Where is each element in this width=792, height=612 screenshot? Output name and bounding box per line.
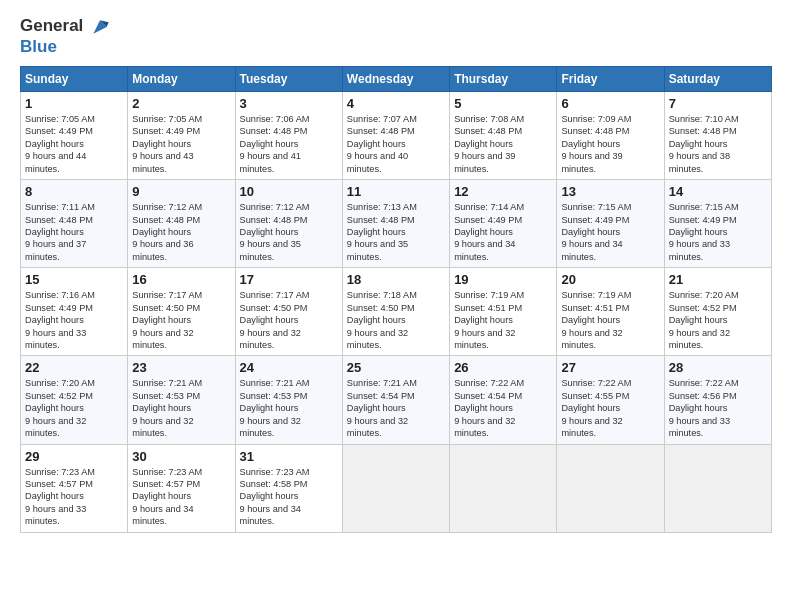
day-number: 4 xyxy=(347,96,445,111)
day-number: 19 xyxy=(454,272,552,287)
header: General Blue xyxy=(20,16,772,56)
cell-content: Sunrise: 7:23 AMSunset: 4:57 PMDaylight … xyxy=(132,467,202,527)
cell-content: Sunrise: 7:23 AMSunset: 4:58 PMDaylight … xyxy=(240,467,310,527)
cell-content: Sunrise: 7:09 AMSunset: 4:48 PMDaylight … xyxy=(561,114,631,174)
calendar-cell: 2 Sunrise: 7:05 AMSunset: 4:49 PMDayligh… xyxy=(128,92,235,180)
cell-content: Sunrise: 7:17 AMSunset: 4:50 PMDaylight … xyxy=(132,290,202,350)
cell-content: Sunrise: 7:07 AMSunset: 4:48 PMDaylight … xyxy=(347,114,417,174)
cell-content: Sunrise: 7:16 AMSunset: 4:49 PMDaylight … xyxy=(25,290,95,350)
cell-content: Sunrise: 7:14 AMSunset: 4:49 PMDaylight … xyxy=(454,202,524,262)
calendar-cell: 29 Sunrise: 7:23 AMSunset: 4:57 PMDaylig… xyxy=(21,444,128,532)
cell-content: Sunrise: 7:15 AMSunset: 4:49 PMDaylight … xyxy=(669,202,739,262)
calendar-cell: 4 Sunrise: 7:07 AMSunset: 4:48 PMDayligh… xyxy=(342,92,449,180)
cell-content: Sunrise: 7:23 AMSunset: 4:57 PMDaylight … xyxy=(25,467,95,527)
day-number: 24 xyxy=(240,360,338,375)
cell-content: Sunrise: 7:11 AMSunset: 4:48 PMDaylight … xyxy=(25,202,95,262)
calendar-cell xyxy=(557,444,664,532)
day-number: 23 xyxy=(132,360,230,375)
calendar-cell: 19 Sunrise: 7:19 AMSunset: 4:51 PMDaylig… xyxy=(450,268,557,356)
day-number: 6 xyxy=(561,96,659,111)
col-header-wednesday: Wednesday xyxy=(342,67,449,92)
col-header-tuesday: Tuesday xyxy=(235,67,342,92)
calendar-cell: 25 Sunrise: 7:21 AMSunset: 4:54 PMDaylig… xyxy=(342,356,449,444)
cell-content: Sunrise: 7:19 AMSunset: 4:51 PMDaylight … xyxy=(561,290,631,350)
calendar-cell: 9 Sunrise: 7:12 AMSunset: 4:48 PMDayligh… xyxy=(128,180,235,268)
calendar-cell: 10 Sunrise: 7:12 AMSunset: 4:48 PMDaylig… xyxy=(235,180,342,268)
day-number: 3 xyxy=(240,96,338,111)
day-number: 20 xyxy=(561,272,659,287)
col-header-friday: Friday xyxy=(557,67,664,92)
calendar-cell: 12 Sunrise: 7:14 AMSunset: 4:49 PMDaylig… xyxy=(450,180,557,268)
cell-content: Sunrise: 7:10 AMSunset: 4:48 PMDaylight … xyxy=(669,114,739,174)
cell-content: Sunrise: 7:15 AMSunset: 4:49 PMDaylight … xyxy=(561,202,631,262)
calendar-cell: 23 Sunrise: 7:21 AMSunset: 4:53 PMDaylig… xyxy=(128,356,235,444)
cell-content: Sunrise: 7:08 AMSunset: 4:48 PMDaylight … xyxy=(454,114,524,174)
calendar-cell: 13 Sunrise: 7:15 AMSunset: 4:49 PMDaylig… xyxy=(557,180,664,268)
day-number: 22 xyxy=(25,360,123,375)
calendar-cell: 27 Sunrise: 7:22 AMSunset: 4:55 PMDaylig… xyxy=(557,356,664,444)
cell-content: Sunrise: 7:21 AMSunset: 4:53 PMDaylight … xyxy=(132,378,202,438)
logo: General Blue xyxy=(20,16,110,56)
calendar-cell: 28 Sunrise: 7:22 AMSunset: 4:56 PMDaylig… xyxy=(664,356,771,444)
cell-content: Sunrise: 7:06 AMSunset: 4:48 PMDaylight … xyxy=(240,114,310,174)
calendar-cell xyxy=(664,444,771,532)
calendar-cell: 1 Sunrise: 7:05 AMSunset: 4:49 PMDayligh… xyxy=(21,92,128,180)
day-number: 17 xyxy=(240,272,338,287)
day-number: 29 xyxy=(25,449,123,464)
calendar-cell: 3 Sunrise: 7:06 AMSunset: 4:48 PMDayligh… xyxy=(235,92,342,180)
calendar-cell: 20 Sunrise: 7:19 AMSunset: 4:51 PMDaylig… xyxy=(557,268,664,356)
col-header-monday: Monday xyxy=(128,67,235,92)
calendar-cell: 18 Sunrise: 7:18 AMSunset: 4:50 PMDaylig… xyxy=(342,268,449,356)
col-header-saturday: Saturday xyxy=(664,67,771,92)
day-number: 7 xyxy=(669,96,767,111)
day-number: 28 xyxy=(669,360,767,375)
day-number: 13 xyxy=(561,184,659,199)
cell-content: Sunrise: 7:12 AMSunset: 4:48 PMDaylight … xyxy=(240,202,310,262)
calendar-cell: 5 Sunrise: 7:08 AMSunset: 4:48 PMDayligh… xyxy=(450,92,557,180)
day-number: 11 xyxy=(347,184,445,199)
calendar-cell: 26 Sunrise: 7:22 AMSunset: 4:54 PMDaylig… xyxy=(450,356,557,444)
cell-content: Sunrise: 7:21 AMSunset: 4:53 PMDaylight … xyxy=(240,378,310,438)
cell-content: Sunrise: 7:20 AMSunset: 4:52 PMDaylight … xyxy=(669,290,739,350)
col-header-thursday: Thursday xyxy=(450,67,557,92)
day-number: 26 xyxy=(454,360,552,375)
cell-content: Sunrise: 7:22 AMSunset: 4:56 PMDaylight … xyxy=(669,378,739,438)
page: General Blue SundayMondayTuesdayWednesda… xyxy=(0,0,792,545)
calendar-cell: 22 Sunrise: 7:20 AMSunset: 4:52 PMDaylig… xyxy=(21,356,128,444)
day-number: 5 xyxy=(454,96,552,111)
calendar-cell: 14 Sunrise: 7:15 AMSunset: 4:49 PMDaylig… xyxy=(664,180,771,268)
cell-content: Sunrise: 7:20 AMSunset: 4:52 PMDaylight … xyxy=(25,378,95,438)
logo-icon xyxy=(90,17,110,37)
day-number: 16 xyxy=(132,272,230,287)
calendar-table: SundayMondayTuesdayWednesdayThursdayFrid… xyxy=(20,66,772,533)
day-number: 18 xyxy=(347,272,445,287)
calendar-cell: 11 Sunrise: 7:13 AMSunset: 4:48 PMDaylig… xyxy=(342,180,449,268)
calendar-cell xyxy=(450,444,557,532)
calendar-cell: 21 Sunrise: 7:20 AMSunset: 4:52 PMDaylig… xyxy=(664,268,771,356)
day-number: 14 xyxy=(669,184,767,199)
cell-content: Sunrise: 7:21 AMSunset: 4:54 PMDaylight … xyxy=(347,378,417,438)
day-number: 15 xyxy=(25,272,123,287)
calendar-cell: 7 Sunrise: 7:10 AMSunset: 4:48 PMDayligh… xyxy=(664,92,771,180)
calendar-cell: 16 Sunrise: 7:17 AMSunset: 4:50 PMDaylig… xyxy=(128,268,235,356)
calendar-cell: 31 Sunrise: 7:23 AMSunset: 4:58 PMDaylig… xyxy=(235,444,342,532)
cell-content: Sunrise: 7:13 AMSunset: 4:48 PMDaylight … xyxy=(347,202,417,262)
calendar-cell xyxy=(342,444,449,532)
calendar-cell: 6 Sunrise: 7:09 AMSunset: 4:48 PMDayligh… xyxy=(557,92,664,180)
cell-content: Sunrise: 7:12 AMSunset: 4:48 PMDaylight … xyxy=(132,202,202,262)
cell-content: Sunrise: 7:05 AMSunset: 4:49 PMDaylight … xyxy=(132,114,202,174)
logo-text-general: General xyxy=(20,16,83,35)
cell-content: Sunrise: 7:18 AMSunset: 4:50 PMDaylight … xyxy=(347,290,417,350)
day-number: 31 xyxy=(240,449,338,464)
col-header-sunday: Sunday xyxy=(21,67,128,92)
calendar-cell: 15 Sunrise: 7:16 AMSunset: 4:49 PMDaylig… xyxy=(21,268,128,356)
day-number: 9 xyxy=(132,184,230,199)
cell-content: Sunrise: 7:05 AMSunset: 4:49 PMDaylight … xyxy=(25,114,95,174)
calendar-cell: 17 Sunrise: 7:17 AMSunset: 4:50 PMDaylig… xyxy=(235,268,342,356)
day-number: 27 xyxy=(561,360,659,375)
cell-content: Sunrise: 7:17 AMSunset: 4:50 PMDaylight … xyxy=(240,290,310,350)
cell-content: Sunrise: 7:19 AMSunset: 4:51 PMDaylight … xyxy=(454,290,524,350)
day-number: 25 xyxy=(347,360,445,375)
day-number: 1 xyxy=(25,96,123,111)
calendar-cell: 8 Sunrise: 7:11 AMSunset: 4:48 PMDayligh… xyxy=(21,180,128,268)
